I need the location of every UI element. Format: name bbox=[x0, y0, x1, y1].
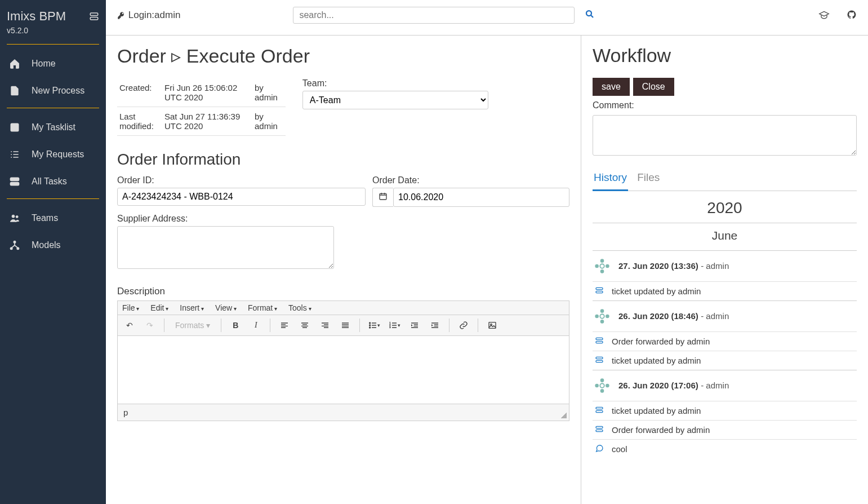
editor-menubar: File Edit Insert View Format Tools bbox=[118, 301, 569, 315]
close-button[interactable]: Close bbox=[633, 78, 674, 96]
sidebar-item-teams[interactable]: Teams bbox=[0, 205, 106, 232]
history-month: June bbox=[593, 223, 857, 250]
svg-rect-26 bbox=[596, 291, 603, 293]
svg-rect-32 bbox=[596, 338, 603, 339]
align-left-icon[interactable] bbox=[276, 317, 293, 333]
workflow-pane: Workflow save Close Comment: History Fil… bbox=[581, 36, 868, 504]
menu-edit[interactable]: Edit bbox=[150, 303, 168, 312]
sidebar-item-label: New Process bbox=[32, 86, 84, 96]
save-button[interactable]: save bbox=[593, 78, 630, 96]
indent-icon[interactable] bbox=[426, 317, 443, 333]
check-square-icon bbox=[9, 122, 20, 133]
history-time: 27. Jun 2020 (13:36) bbox=[618, 261, 698, 271]
form-pane: Order ▹ Execute Order Created: Fri Jun 2… bbox=[106, 36, 581, 504]
server-icon bbox=[89, 11, 99, 21]
menu-format[interactable]: Format bbox=[248, 303, 277, 312]
svg-point-7 bbox=[14, 241, 15, 243]
sidebar-item-models[interactable]: Models bbox=[0, 232, 106, 259]
svg-point-10 bbox=[586, 11, 591, 16]
bullet-list-icon[interactable]: ▾ bbox=[366, 317, 382, 333]
menu-file[interactable]: File bbox=[122, 303, 139, 312]
divider bbox=[7, 198, 99, 199]
supplier-label: Supplier Address: bbox=[117, 214, 334, 224]
history-event-text: ticket updated by admin bbox=[612, 406, 701, 415]
align-center-icon[interactable] bbox=[296, 317, 313, 333]
server-icon bbox=[595, 425, 604, 435]
svg-point-6 bbox=[16, 216, 18, 218]
graduation-cap-icon[interactable] bbox=[818, 10, 830, 21]
svg-point-37 bbox=[600, 389, 604, 393]
svg-point-21 bbox=[600, 269, 604, 273]
created-value: Fri Jun 26 15:06:02 UTC 2020 bbox=[162, 78, 252, 107]
svg-point-5 bbox=[12, 215, 15, 218]
sidebar-item-my-tasklist[interactable]: My Tasklist bbox=[0, 114, 106, 141]
by-label: by bbox=[255, 83, 264, 92]
content: Order ▹ Execute Order Created: Fri Jun 2… bbox=[106, 36, 868, 504]
github-icon[interactable] bbox=[847, 10, 857, 20]
menu-view[interactable]: View bbox=[215, 303, 237, 312]
modified-label: Last modified: bbox=[117, 107, 162, 136]
number-list-icon[interactable]: 123▾ bbox=[386, 317, 403, 333]
formats-dropdown[interactable]: Formats ▾ bbox=[170, 317, 215, 333]
svg-point-20 bbox=[600, 259, 604, 263]
redo-icon[interactable]: ↷ bbox=[141, 317, 158, 333]
editor-statusbar: p bbox=[118, 404, 569, 421]
by-label: by bbox=[255, 112, 264, 121]
home-icon bbox=[9, 58, 20, 69]
server-icon bbox=[595, 355, 604, 366]
sidebar-item-label: Models bbox=[32, 240, 61, 250]
svg-point-8 bbox=[11, 247, 12, 249]
server-icon bbox=[595, 405, 604, 416]
svg-rect-42 bbox=[596, 410, 603, 412]
align-right-icon[interactable] bbox=[317, 317, 333, 333]
search-icon[interactable] bbox=[585, 9, 595, 21]
italic-icon[interactable]: I bbox=[247, 317, 264, 333]
sidebar-item-home[interactable]: Home bbox=[0, 50, 106, 77]
order-id-label: Order ID: bbox=[117, 175, 366, 185]
link-icon[interactable] bbox=[455, 317, 472, 333]
search-input[interactable] bbox=[293, 7, 575, 24]
modified-by: admin bbox=[255, 121, 278, 131]
order-id-input[interactable] bbox=[117, 188, 366, 206]
history-event: Order forwarded by admin bbox=[593, 331, 857, 351]
divider bbox=[7, 108, 99, 108]
calendar-icon[interactable] bbox=[372, 188, 393, 207]
history-year: 2020 bbox=[593, 191, 857, 223]
menu-insert[interactable]: Insert bbox=[180, 303, 204, 312]
sidebar-item-all-tasks[interactable]: All Tasks bbox=[0, 168, 106, 195]
bold-icon[interactable]: B bbox=[227, 317, 244, 333]
history-event: ticket updated by admin bbox=[593, 401, 857, 420]
image-icon[interactable] bbox=[484, 317, 501, 333]
sidebar-item-my-requests[interactable]: My Requests bbox=[0, 141, 106, 168]
tab-files[interactable]: Files bbox=[636, 167, 661, 191]
svg-text:3: 3 bbox=[389, 326, 391, 329]
comment-input[interactable] bbox=[593, 115, 857, 156]
history-time: 26. Jun 2020 (18:46) bbox=[618, 311, 698, 321]
svg-point-31 bbox=[600, 314, 604, 319]
outdent-icon[interactable] bbox=[406, 317, 423, 333]
history-event: cool bbox=[593, 439, 857, 458]
sidebar-item-label: My Requests bbox=[32, 149, 84, 160]
supplier-address-input[interactable] bbox=[117, 226, 334, 269]
server-icon bbox=[9, 176, 20, 187]
svg-point-39 bbox=[606, 384, 609, 388]
svg-point-23 bbox=[606, 264, 609, 268]
history-event-text: Order forwarded by admin bbox=[612, 337, 710, 346]
undo-icon[interactable]: ↶ bbox=[121, 317, 138, 333]
sidebar-item-label: All Tasks bbox=[32, 176, 67, 187]
tab-history[interactable]: History bbox=[593, 167, 628, 191]
align-justify-icon[interactable] bbox=[337, 317, 354, 333]
team-select[interactable]: A-Team bbox=[302, 91, 488, 109]
history-entry: 26. Jun 2020 (18:46) - admin bbox=[593, 300, 857, 331]
server-icon bbox=[595, 286, 604, 297]
sidebar-item-new-process[interactable]: New Process bbox=[0, 77, 106, 104]
svg-point-29 bbox=[595, 315, 599, 319]
description-label: Description bbox=[117, 286, 569, 297]
svg-rect-41 bbox=[596, 407, 603, 409]
svg-point-24 bbox=[600, 264, 604, 268]
order-date-input[interactable] bbox=[393, 188, 569, 207]
editor-toolbar: ↶ ↷ Formats ▾ B I ▾ 123▾ bbox=[118, 315, 569, 336]
editor-body[interactable] bbox=[118, 336, 569, 404]
menu-tools[interactable]: Tools bbox=[288, 303, 311, 312]
svg-point-22 bbox=[595, 264, 599, 268]
